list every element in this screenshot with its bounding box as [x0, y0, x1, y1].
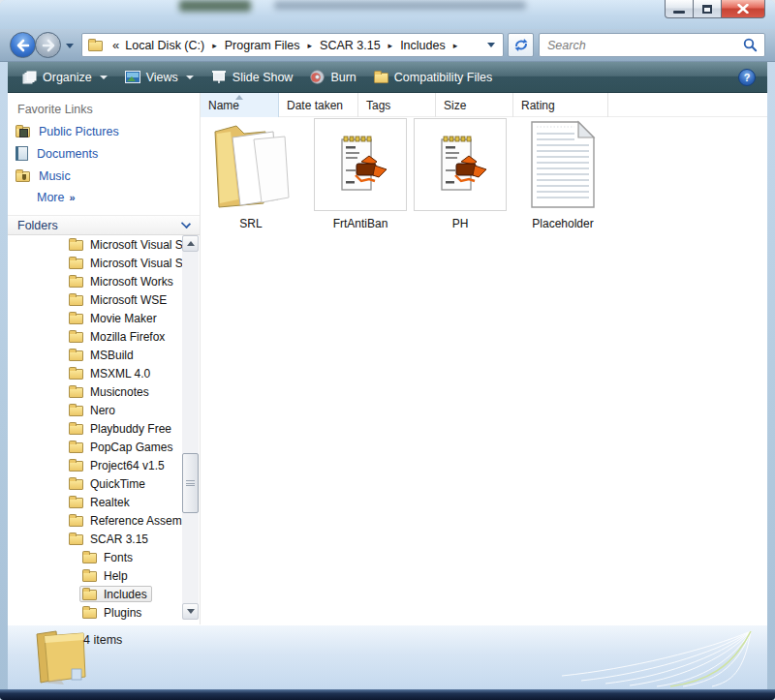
folder-icon [69, 369, 83, 380]
tree-item[interactable]: Realtek [8, 493, 200, 511]
text-document-icon [528, 118, 598, 211]
dropdown-caret-icon [186, 76, 194, 79]
folder-icon [69, 295, 83, 306]
favorite-link-public-pictures[interactable]: Public Pictures [8, 120, 200, 142]
refresh-button[interactable] [508, 33, 534, 57]
file-item-scar-script[interactable]: FrtAntiBan [314, 118, 407, 230]
dropdown-caret-icon [100, 76, 108, 79]
pictures-folder-icon [16, 127, 30, 137]
back-button[interactable] [10, 32, 36, 58]
tree-item[interactable]: Mozilla Firefox [8, 327, 200, 346]
folder-tree: Microsoft Visual St Microsoft Visual St … [8, 235, 200, 622]
music-folder-icon [16, 171, 30, 182]
double-chevron-icon: » [69, 192, 75, 203]
crumb-separator-icon[interactable]: ▸ [302, 41, 319, 50]
folder-icon [82, 571, 97, 582]
file-item-scar-script[interactable]: PH [414, 118, 507, 230]
slide-show-button[interactable]: Slide Show [202, 65, 302, 90]
folders-title: Folders [17, 219, 58, 232]
file-item-text-document[interactable]: Placeholder [516, 118, 609, 230]
breadcrumb-item[interactable]: SCAR 3.15 [318, 39, 383, 52]
column-header-name[interactable]: Name [201, 93, 279, 117]
tree-item[interactable]: SCAR 3.15 [8, 530, 200, 548]
folder-icon [69, 314, 83, 324]
search-icon[interactable] [743, 38, 758, 52]
favorite-link-label: Music [39, 169, 71, 183]
column-header-rating[interactable]: Rating [513, 93, 608, 117]
folder-icon [69, 442, 83, 453]
breadcrumb-item[interactable]: Local Disk (C:) [123, 39, 206, 52]
tree-item[interactable]: Movie Maker [8, 309, 200, 327]
forward-button[interactable] [35, 32, 61, 58]
tree-item[interactable]: Nero [8, 401, 200, 419]
folders-band[interactable]: Folders [8, 215, 200, 235]
tree-item[interactable]: Musicnotes [8, 382, 200, 401]
tree-item[interactable]: Reference Assembl [8, 511, 200, 530]
views-icon [125, 71, 140, 83]
tree-item[interactable]: Microsoft Visual St [8, 235, 200, 254]
recent-pages-dropdown[interactable] [66, 44, 74, 48]
address-dropdown-icon[interactable] [487, 43, 495, 47]
toolbar-button-label: Burn [330, 71, 356, 84]
tree-item[interactable]: Project64 v1.5 [8, 456, 200, 474]
folder-icon [69, 240, 83, 251]
compatibility-files-button[interactable]: Compatibility Files [365, 65, 501, 90]
tree-item[interactable]: Playbuddy Free [8, 419, 200, 438]
tree-item[interactable]: Microsoft Visual St [8, 254, 200, 272]
tree-item[interactable]: MSXML 4.0 [8, 364, 200, 382]
scrollbar-grip-icon [186, 480, 195, 486]
tree-item[interactable]: Plugins [8, 603, 200, 622]
column-headers: Name Date taken Tags Size Rating [201, 93, 767, 117]
breadcrumb-item[interactable]: Includes [398, 39, 448, 52]
tree-item-selected[interactable]: Includes [8, 585, 200, 603]
tree-item[interactable]: Fonts [8, 548, 200, 566]
tree-scrollbar[interactable] [182, 235, 199, 620]
back-arrow-icon [16, 39, 31, 52]
organize-icon [22, 71, 37, 84]
tree-item[interactable]: Help [8, 566, 200, 585]
folder-icon [69, 516, 83, 527]
crumb-separator-icon[interactable]: ▸ [206, 41, 223, 50]
maximize-button[interactable] [694, 0, 722, 18]
favorite-link-documents[interactable]: Documents [8, 142, 200, 165]
thumbnail-frame [314, 118, 407, 211]
folder-icon [69, 259, 83, 269]
file-name: SRL [204, 217, 297, 230]
burn-button[interactable]: Burn [301, 65, 364, 90]
more-links-button[interactable]: More » [8, 187, 200, 208]
scrollbar-thumb[interactable] [182, 453, 199, 513]
scar-script-icon [332, 133, 388, 197]
favorite-link-label: Public Pictures [39, 125, 119, 138]
help-button[interactable]: ? [738, 69, 756, 86]
views-button[interactable]: Views [116, 65, 202, 90]
favorite-link-music[interactable]: Music [8, 165, 200, 187]
search-input[interactable] [540, 34, 743, 56]
crumb-separator-icon[interactable]: ▸ [383, 41, 399, 50]
scroll-down-button[interactable] [182, 603, 199, 620]
tree-item[interactable]: Microsoft Works [8, 272, 200, 290]
organize-button[interactable]: Organize [14, 65, 116, 90]
refresh-icon [513, 38, 529, 52]
arrow-down-icon [187, 609, 195, 614]
breadcrumb-item[interactable]: Program Files [223, 39, 302, 52]
column-header-tags[interactable]: Tags [358, 93, 436, 117]
tree-item[interactable]: MSBuild [8, 346, 200, 364]
file-item-folder[interactable]: SRL [204, 118, 297, 230]
crumb-separator-icon[interactable]: ▸ [448, 41, 464, 50]
column-header-size[interactable]: Size [436, 93, 513, 117]
minimize-button[interactable] [665, 0, 694, 18]
thumbnail-frame [414, 118, 507, 211]
more-label: More [37, 191, 64, 204]
scroll-up-button[interactable] [182, 235, 199, 252]
column-header-date-taken[interactable]: Date taken [279, 93, 358, 117]
folder-icon [69, 479, 83, 490]
maximize-icon [702, 5, 712, 14]
address-bar[interactable]: « Local Disk (C:) ▸ Program Files ▸ SCAR… [81, 33, 504, 57]
tree-item[interactable]: PopCap Games [8, 438, 200, 456]
breadcrumb-overflow-chevron[interactable]: « [107, 38, 123, 52]
folder-icon [69, 350, 83, 361]
tree-item[interactable]: Microsoft WSE [8, 290, 200, 309]
tree-item[interactable]: QuickTime [8, 474, 200, 493]
close-button[interactable] [722, 0, 765, 18]
folder-icon [374, 73, 388, 83]
